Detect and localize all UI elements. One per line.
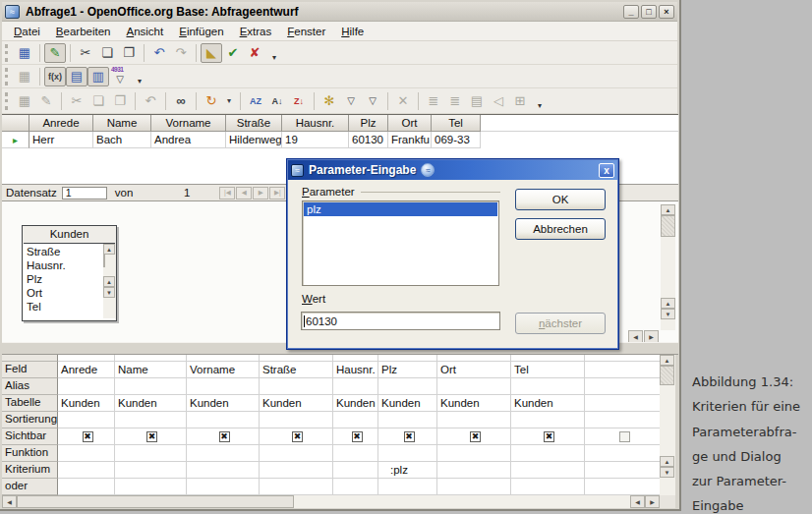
- undo-button[interactable]: ↶: [148, 43, 170, 63]
- sichtbar-checkbox-checked[interactable]: ✖: [352, 431, 363, 442]
- field-tel[interactable]: Tel: [27, 300, 115, 314]
- parameter-list-item-selected[interactable]: plz: [304, 202, 497, 216]
- column-header-name[interactable]: Name: [93, 115, 151, 132]
- column-header-hausnr[interactable]: Hausnr.: [282, 115, 349, 132]
- cell-plz[interactable]: 60130: [349, 132, 388, 148]
- funktion-cell[interactable]: [115, 445, 187, 462]
- scroll-left-icon[interactable]: ◀: [630, 495, 645, 508]
- cell-ort[interactable]: Frankfu: [388, 132, 432, 148]
- scroll-up-icon[interactable]: ▲: [660, 355, 674, 366]
- tabelle-cell[interactable]: [585, 395, 660, 412]
- paste-button[interactable]: ❐: [109, 91, 131, 111]
- data-to-fields-button[interactable]: ≣: [444, 91, 466, 111]
- previous-record-button[interactable]: ◀: [236, 187, 252, 200]
- alias-button[interactable]: ▥: [87, 67, 109, 86]
- scroll-thumb[interactable]: [660, 366, 674, 385]
- sichtbar-checkbox-checked[interactable]: ✖: [292, 431, 303, 442]
- next-record-button[interactable]: ▶: [253, 187, 268, 200]
- tabelle-cell[interactable]: Kunden: [187, 395, 260, 412]
- feld-cell[interactable]: Hausnr.: [333, 362, 378, 378]
- funktion-cell[interactable]: [187, 445, 260, 462]
- close-button[interactable]: ×: [659, 5, 674, 19]
- menu-datei[interactable]: Datei: [6, 24, 48, 39]
- menu-ansicht[interactable]: Ansicht: [119, 24, 172, 39]
- funktion-cell[interactable]: [437, 445, 511, 462]
- edit-data-button[interactable]: ✎: [35, 91, 57, 111]
- run-query-button[interactable]: ✔: [222, 43, 244, 63]
- sortierung-cell[interactable]: [260, 412, 333, 428]
- design-grid-vertical-scrollbar[interactable]: ▲ ▲ ▼: [660, 355, 675, 495]
- sort-ascending-button[interactable]: A↓: [266, 91, 288, 111]
- first-record-button[interactable]: |◀: [219, 187, 235, 200]
- sichtbar-checkbox-checked[interactable]: ✖: [83, 431, 93, 442]
- cut-button[interactable]: ✂: [75, 43, 96, 63]
- column-header-tel[interactable]: Tel: [432, 115, 481, 132]
- refresh-button[interactable]: ↻: [201, 91, 222, 111]
- sichtbar-checkbox-checked[interactable]: ✖: [470, 431, 481, 442]
- scroll-down-icon[interactable]: ▼: [661, 309, 675, 319]
- edit-button[interactable]: ✎: [44, 43, 66, 63]
- copy-button[interactable]: ❏: [87, 91, 109, 111]
- row-header-corner[interactable]: [2, 115, 29, 132]
- menu-bearbeiten[interactable]: Bearbeiten: [48, 24, 119, 39]
- scroll-up-icon[interactable]: ▲: [661, 298, 675, 309]
- distinct-values-button[interactable]: 4931▽: [109, 67, 131, 86]
- sortierung-cell[interactable]: [58, 412, 115, 428]
- feld-cell[interactable]: Vorname: [187, 362, 260, 378]
- funktion-cell[interactable]: [585, 445, 660, 462]
- sichtbar-checkbox-unchecked[interactable]: [619, 431, 630, 442]
- cell-anrede[interactable]: Herr: [29, 132, 93, 148]
- alias-cell[interactable]: [260, 378, 333, 395]
- funktion-cell[interactable]: [333, 445, 378, 462]
- mail-merge-button[interactable]: ▤: [466, 91, 488, 111]
- alias-cell[interactable]: [511, 378, 585, 395]
- cell-tel[interactable]: 069-33: [432, 132, 481, 148]
- ok-button[interactable]: OK: [515, 189, 606, 210]
- minimize-button[interactable]: _: [623, 5, 639, 19]
- toolbar-overflow-button[interactable]: ▾: [535, 92, 545, 110]
- oder-cell[interactable]: [187, 479, 260, 495]
- cell-name[interactable]: Bach: [93, 132, 151, 148]
- scroll-up-icon[interactable]: ▲: [660, 456, 674, 467]
- feld-cell[interactable]: Straße: [260, 362, 333, 378]
- tabelle-cell[interactable]: Kunden: [511, 395, 585, 412]
- oder-cell[interactable]: [333, 479, 378, 495]
- record-number-input[interactable]: 1: [62, 187, 107, 200]
- last-record-button[interactable]: ▶|: [269, 187, 285, 200]
- sortierung-cell[interactable]: [333, 412, 378, 428]
- oder-cell[interactable]: [260, 479, 333, 495]
- cell-strasse[interactable]: Hildenweg: [226, 132, 282, 148]
- kriterium-cell[interactable]: [58, 462, 115, 479]
- apply-filter-button[interactable]: ▽: [340, 91, 362, 111]
- alias-cell[interactable]: [585, 378, 660, 395]
- alias-cell[interactable]: [115, 378, 187, 395]
- tabelle-cell[interactable]: Kunden: [260, 395, 333, 412]
- oder-cell[interactable]: [378, 479, 437, 495]
- scroll-thumb[interactable]: [17, 495, 294, 508]
- oder-cell[interactable]: [437, 479, 511, 495]
- sortierung-cell[interactable]: [511, 412, 585, 428]
- save-button[interactable]: ▦: [14, 43, 35, 63]
- oder-cell[interactable]: [585, 479, 660, 495]
- funktion-cell[interactable]: [378, 445, 437, 462]
- cancel-button[interactable]: Abbrechen: [515, 218, 606, 240]
- tabelle-cell[interactable]: Kunden: [437, 395, 511, 412]
- design-view-toggle-button[interactable]: ◣: [201, 43, 222, 63]
- menu-einfuegen[interactable]: Einfügen: [171, 24, 231, 39]
- sort-descending-button[interactable]: Z↓: [288, 91, 310, 111]
- tables-pane-vertical-scrollbar[interactable]: ▲ ▲ ▼: [661, 204, 675, 330]
- remove-filter-button[interactable]: ✕: [392, 91, 414, 111]
- toolbar-overflow-button[interactable]: ▾: [135, 68, 145, 86]
- tabelle-cell[interactable]: Kunden: [115, 395, 187, 412]
- sortierung-cell[interactable]: [378, 412, 437, 428]
- alias-cell[interactable]: [187, 378, 260, 395]
- funktion-cell[interactable]: [58, 445, 115, 462]
- table-window-title[interactable]: Kunden: [23, 226, 116, 242]
- field-plz[interactable]: Plz: [27, 272, 115, 286]
- column-header-plz[interactable]: Plz: [349, 115, 388, 132]
- kriterium-cell[interactable]: [333, 462, 378, 479]
- kriterium-cell[interactable]: [260, 462, 333, 479]
- scroll-right-icon[interactable]: ▶: [645, 495, 660, 508]
- sichtbar-checkbox-checked[interactable]: ✖: [146, 431, 157, 442]
- column-header-strasse[interactable]: Straße: [226, 115, 282, 132]
